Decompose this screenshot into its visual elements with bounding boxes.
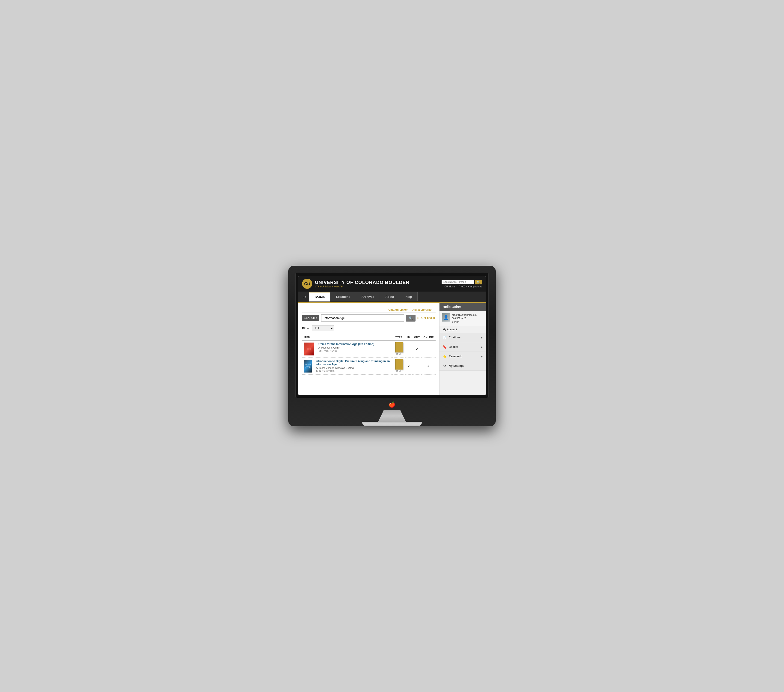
header: CU UNIVERSITY OF COLORADO BOULDER Chinoo… <box>298 276 486 292</box>
results-table: ITEM TYPE IN OUT <box>302 334 436 375</box>
item-thumbnail-1: ETHICS <box>304 343 314 356</box>
monitor-stand-base <box>362 422 422 426</box>
item-thumbnail-2: INTRO TO DIGITAL CULTURE <box>304 359 312 372</box>
navigation-bar: ⌂ Search Locations Archives About Help <box>298 292 486 303</box>
user-info-section: 👤 hic09012@colorado.edu 303.562.4423 Sen… <box>440 311 486 326</box>
screen: CU UNIVERSITY OF COLORADO BOULDER Chinoo… <box>298 276 486 395</box>
main-content: Citation Linker Ask a Librarian SEARCH ▾… <box>298 303 486 395</box>
search-type-button[interactable]: SEARCH ▾ <box>302 315 320 321</box>
university-name: UNIVERSITY OF COLORADO BOULDER <box>315 280 410 285</box>
online-cell-1 <box>422 340 436 358</box>
header-title-area: UNIVERSITY OF COLORADO BOULDER Chinook L… <box>315 280 410 288</box>
book-icon-1 <box>395 342 403 353</box>
reserved-arrow: ▶ <box>481 355 483 358</box>
out-cell-2 <box>412 358 422 375</box>
item-cell-2: INTRO TO DIGITAL CULTURE Introduction to… <box>302 358 393 375</box>
settings-icon: ⚙ <box>442 364 447 368</box>
item-info-2: Introduction to Digital Culture: Living … <box>315 359 390 372</box>
online-cell-2: ✓ <box>422 358 436 375</box>
filter-label: Filter <box>302 326 310 330</box>
citations-label: Citations: <box>449 336 481 339</box>
library-subtitle: Chinook Library Website <box>315 285 410 288</box>
site-search-input[interactable] <box>441 280 474 284</box>
cu-home-link[interactable]: CU: Home <box>445 285 455 288</box>
item-isbn-2: ISBN 1609271505 <box>315 370 390 372</box>
item-author-2: by Tessa Joseph-Nicholas (Editor) <box>315 367 390 369</box>
reserved-icon: ⭐ <box>442 354 447 359</box>
search-input[interactable] <box>321 315 404 321</box>
col-item-header: ITEM <box>302 334 393 340</box>
item-author-1: by Michael J. Quinn <box>318 346 374 349</box>
out-cell-1: ✓ <box>412 340 422 358</box>
search-go-button[interactable]: 🔍 <box>406 315 415 321</box>
book-label-2: Book <box>395 370 404 372</box>
filter-row: Filter ALL Books Articles Journals <box>302 325 436 331</box>
tab-help[interactable]: Help <box>400 292 418 301</box>
settings-menu-item[interactable]: ⚙ My Settings <box>440 361 486 371</box>
in-cell-1 <box>405 340 412 358</box>
site-search-button[interactable]: 🔍 <box>475 280 482 284</box>
col-out-header: OUT <box>412 334 422 340</box>
monitor: CU UNIVERSITY OF COLORADO BOULDER Chinoo… <box>288 266 496 426</box>
monitor-stand-neck <box>378 410 406 422</box>
my-account-label: My Account <box>440 326 486 333</box>
ask-librarian-link[interactable]: Ask a Librarian <box>412 308 432 311</box>
books-menu-item[interactable]: 🔖 Books: ▶ <box>440 342 486 352</box>
site-search-form: 🔍 <box>441 280 482 284</box>
books-icon: 🔖 <box>442 344 447 349</box>
avatar-image: 👤 <box>442 313 450 321</box>
tab-locations[interactable]: Locations <box>330 292 356 301</box>
tab-about[interactable]: About <box>380 292 400 301</box>
apple-logo: 🍎 <box>295 398 489 410</box>
a-to-z-link[interactable]: A to Z <box>459 285 464 288</box>
col-in-header: IN <box>405 334 412 340</box>
citations-icon: 📄 <box>442 335 447 340</box>
reserved-label: Reserved: <box>449 355 481 358</box>
in-cell-2: ✓ <box>405 358 412 375</box>
col-online-header: ONLINE <box>422 334 436 340</box>
item-title-2: Introduction to Digital Culture: Living … <box>315 359 390 366</box>
item-isbn-1: ISBN 0133741621 <box>318 349 374 352</box>
tab-archives[interactable]: Archives <box>356 292 380 301</box>
utility-links-row: Citation Linker Ask a Librarian <box>302 306 436 313</box>
user-details: hic09012@colorado.edu 303.562.4423 Senio… <box>452 313 477 324</box>
settings-label: My Settings <box>449 364 483 367</box>
content-area: Citation Linker Ask a Librarian SEARCH ▾… <box>298 303 440 395</box>
citation-linker-link[interactable]: Citation Linker <box>388 308 408 311</box>
header-right: 🔍 CU: Home • A to Z • Campus Map <box>441 280 482 288</box>
citations-arrow: ▶ <box>481 336 483 339</box>
tab-search[interactable]: Search <box>309 292 330 302</box>
book-icon-2 <box>395 359 403 369</box>
books-arrow: ▶ <box>481 346 483 348</box>
books-label: Books: <box>449 345 481 349</box>
table-row: ETHICS Ethics for the Information Age (6… <box>302 340 436 358</box>
user-role: Senior <box>452 320 477 324</box>
reserved-menu-item[interactable]: ⭐ Reserved: ▶ <box>440 352 486 361</box>
start-over-button[interactable]: START OVER <box>417 316 435 320</box>
user-email: hic09012@colorado.edu <box>452 313 477 317</box>
user-avatar: 👤 <box>442 313 450 321</box>
search-bar: SEARCH ▾ 🔍 START OVER <box>302 315 436 321</box>
university-logo: CU <box>302 278 312 289</box>
header-left: CU UNIVERSITY OF COLORADO BOULDER Chinoo… <box>302 278 410 289</box>
campus-map-link[interactable]: Campus Map <box>468 285 482 288</box>
filter-select[interactable]: ALL Books Articles Journals <box>312 325 334 331</box>
item-cell-1: ETHICS Ethics for the Information Age (6… <box>302 340 393 358</box>
table-row: INTRO TO DIGITAL CULTURE Introduction to… <box>302 358 436 375</box>
screen-bezel: CU UNIVERSITY OF COLORADO BOULDER Chinoo… <box>295 273 489 398</box>
type-cell-1: Book <box>393 340 405 358</box>
book-label-1: Book <box>395 353 404 356</box>
search-icon: 🔍 <box>409 316 413 320</box>
item-info-1: Ethics for the Information Age (6th Edit… <box>318 343 374 352</box>
citations-menu-item[interactable]: 📄 Citations: ▶ <box>440 333 486 342</box>
col-type-header: TYPE <box>393 334 405 340</box>
sidebar-greeting: Hello, John! <box>440 303 486 311</box>
header-links: CU: Home • A to Z • Campus Map <box>445 285 482 288</box>
type-cell-2: Book <box>393 358 405 375</box>
user-phone: 303.562.4423 <box>452 317 477 320</box>
item-title-1: Ethics for the Information Age (6th Edit… <box>318 343 374 346</box>
home-nav-icon[interactable]: ⌂ <box>300 292 309 302</box>
user-sidebar: Hello, John! 👤 hic09012@colorado.edu 303… <box>440 303 486 395</box>
